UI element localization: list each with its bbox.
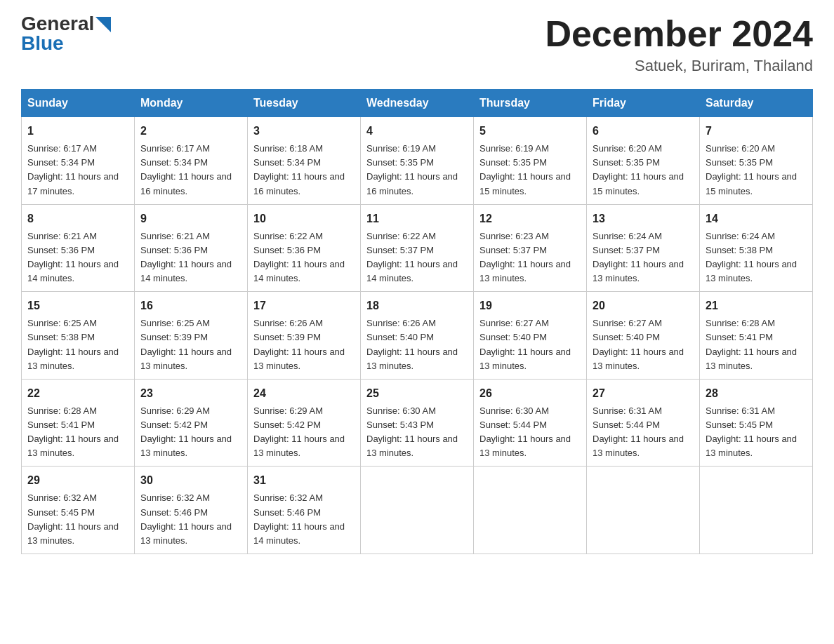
- table-row: [474, 467, 587, 554]
- day-info: Sunrise: 6:22 AMSunset: 5:37 PMDaylight:…: [366, 231, 458, 283]
- calendar-week-row: 15 Sunrise: 6:25 AMSunset: 5:38 PMDaylig…: [22, 292, 813, 380]
- day-number: 3: [253, 123, 355, 140]
- day-number: 10: [253, 210, 355, 227]
- table-row: 9 Sunrise: 6:21 AMSunset: 5:36 PMDayligh…: [135, 204, 248, 292]
- table-row: 25 Sunrise: 6:30 AMSunset: 5:43 PMDaylig…: [361, 379, 474, 467]
- day-info: Sunrise: 6:24 AMSunset: 5:37 PMDaylight:…: [593, 231, 684, 283]
- svg-marker-0: [95, 17, 111, 32]
- day-number: 28: [706, 385, 807, 402]
- day-info: Sunrise: 6:32 AMSunset: 5:46 PMDaylight:…: [140, 492, 232, 545]
- day-number: 20: [593, 297, 694, 314]
- col-wednesday: Wednesday: [361, 90, 474, 117]
- table-row: [700, 467, 813, 554]
- day-info: Sunrise: 6:27 AMSunset: 5:40 PMDaylight:…: [479, 318, 571, 370]
- day-info: Sunrise: 6:20 AMSunset: 5:35 PMDaylight:…: [706, 143, 797, 196]
- day-info: Sunrise: 6:31 AMSunset: 5:45 PMDaylight:…: [706, 405, 797, 458]
- day-number: 8: [27, 210, 128, 227]
- table-row: 23 Sunrise: 6:29 AMSunset: 5:42 PMDaylig…: [135, 379, 248, 467]
- day-info: Sunrise: 6:25 AMSunset: 5:38 PMDaylight:…: [27, 318, 119, 370]
- calendar-week-row: 22 Sunrise: 6:28 AMSunset: 5:41 PMDaylig…: [22, 379, 813, 467]
- day-info: Sunrise: 6:30 AMSunset: 5:43 PMDaylight:…: [366, 405, 458, 458]
- table-row: 26 Sunrise: 6:30 AMSunset: 5:44 PMDaylig…: [474, 379, 587, 467]
- day-number: 25: [366, 385, 468, 402]
- month-title: December 2024: [545, 14, 813, 54]
- day-info: Sunrise: 6:20 AMSunset: 5:35 PMDaylight:…: [593, 143, 684, 196]
- table-row: 13 Sunrise: 6:24 AMSunset: 5:37 PMDaylig…: [587, 204, 700, 292]
- day-number: 5: [479, 123, 581, 140]
- location-title: Satuek, Buriram, Thailand: [545, 57, 813, 75]
- day-number: 1: [27, 123, 128, 140]
- table-row: 21 Sunrise: 6:28 AMSunset: 5:41 PMDaylig…: [700, 292, 813, 380]
- table-row: 8 Sunrise: 6:21 AMSunset: 5:36 PMDayligh…: [22, 204, 135, 292]
- table-row: 6 Sunrise: 6:20 AMSunset: 5:35 PMDayligh…: [587, 117, 700, 205]
- day-number: 22: [27, 385, 128, 402]
- table-row: 22 Sunrise: 6:28 AMSunset: 5:41 PMDaylig…: [22, 379, 135, 467]
- day-info: Sunrise: 6:18 AMSunset: 5:34 PMDaylight:…: [253, 143, 345, 196]
- table-row: 12 Sunrise: 6:23 AMSunset: 5:37 PMDaylig…: [474, 204, 587, 292]
- day-info: Sunrise: 6:28 AMSunset: 5:41 PMDaylight:…: [27, 405, 119, 458]
- day-number: 23: [140, 385, 241, 402]
- day-number: 7: [706, 123, 807, 140]
- table-row: 16 Sunrise: 6:25 AMSunset: 5:39 PMDaylig…: [135, 292, 248, 380]
- table-row: [361, 467, 474, 554]
- table-row: 17 Sunrise: 6:26 AMSunset: 5:39 PMDaylig…: [248, 292, 361, 380]
- page-header: General Blue December 2024 Satuek, Burir…: [21, 14, 813, 75]
- title-block: December 2024 Satuek, Buriram, Thailand: [545, 14, 813, 75]
- calendar-table: Sunday Monday Tuesday Wednesday Thursday…: [21, 89, 813, 554]
- day-number: 24: [253, 385, 355, 402]
- col-tuesday: Tuesday: [248, 90, 361, 117]
- day-info: Sunrise: 6:28 AMSunset: 5:41 PMDaylight:…: [706, 318, 797, 370]
- day-number: 21: [706, 297, 807, 314]
- day-number: 15: [27, 297, 128, 314]
- table-row: 27 Sunrise: 6:31 AMSunset: 5:44 PMDaylig…: [587, 379, 700, 467]
- col-thursday: Thursday: [474, 90, 587, 117]
- table-row: 2 Sunrise: 6:17 AMSunset: 5:34 PMDayligh…: [135, 117, 248, 205]
- day-number: 17: [253, 297, 355, 314]
- day-info: Sunrise: 6:32 AMSunset: 5:45 PMDaylight:…: [27, 492, 119, 545]
- table-row: 19 Sunrise: 6:27 AMSunset: 5:40 PMDaylig…: [474, 292, 587, 380]
- day-number: 18: [366, 297, 468, 314]
- col-sunday: Sunday: [22, 90, 135, 117]
- day-info: Sunrise: 6:23 AMSunset: 5:37 PMDaylight:…: [479, 231, 571, 283]
- day-info: Sunrise: 6:29 AMSunset: 5:42 PMDaylight:…: [140, 405, 232, 458]
- table-row: 29 Sunrise: 6:32 AMSunset: 5:45 PMDaylig…: [22, 467, 135, 554]
- table-row: 7 Sunrise: 6:20 AMSunset: 5:35 PMDayligh…: [700, 117, 813, 205]
- day-info: Sunrise: 6:21 AMSunset: 5:36 PMDaylight:…: [27, 231, 119, 283]
- day-number: 4: [366, 123, 468, 140]
- day-number: 11: [366, 210, 468, 227]
- calendar-header-row: Sunday Monday Tuesday Wednesday Thursday…: [22, 90, 813, 117]
- table-row: 11 Sunrise: 6:22 AMSunset: 5:37 PMDaylig…: [361, 204, 474, 292]
- day-info: Sunrise: 6:21 AMSunset: 5:36 PMDaylight:…: [140, 231, 232, 283]
- day-number: 16: [140, 297, 241, 314]
- day-info: Sunrise: 6:25 AMSunset: 5:39 PMDaylight:…: [140, 318, 232, 370]
- logo-general-text: General: [21, 14, 94, 34]
- table-row: 30 Sunrise: 6:32 AMSunset: 5:46 PMDaylig…: [135, 467, 248, 554]
- day-number: 19: [479, 297, 581, 314]
- col-friday: Friday: [587, 90, 700, 117]
- table-row: 10 Sunrise: 6:22 AMSunset: 5:36 PMDaylig…: [248, 204, 361, 292]
- table-row: 20 Sunrise: 6:27 AMSunset: 5:40 PMDaylig…: [587, 292, 700, 380]
- calendar-week-row: 29 Sunrise: 6:32 AMSunset: 5:45 PMDaylig…: [22, 467, 813, 554]
- day-info: Sunrise: 6:29 AMSunset: 5:42 PMDaylight:…: [253, 405, 345, 458]
- logo: General Blue: [21, 14, 111, 53]
- logo-blue-text: Blue: [21, 34, 111, 53]
- table-row: 15 Sunrise: 6:25 AMSunset: 5:38 PMDaylig…: [22, 292, 135, 380]
- day-info: Sunrise: 6:27 AMSunset: 5:40 PMDaylight:…: [593, 318, 684, 370]
- day-number: 30: [140, 472, 241, 489]
- day-info: Sunrise: 6:22 AMSunset: 5:36 PMDaylight:…: [253, 231, 345, 283]
- day-info: Sunrise: 6:30 AMSunset: 5:44 PMDaylight:…: [479, 405, 571, 458]
- day-number: 2: [140, 123, 241, 140]
- day-info: Sunrise: 6:17 AMSunset: 5:34 PMDaylight:…: [27, 143, 119, 196]
- day-number: 26: [479, 385, 581, 402]
- day-number: 9: [140, 210, 241, 227]
- day-number: 12: [479, 210, 581, 227]
- table-row: 5 Sunrise: 6:19 AMSunset: 5:35 PMDayligh…: [474, 117, 587, 205]
- day-info: Sunrise: 6:24 AMSunset: 5:38 PMDaylight:…: [706, 231, 797, 283]
- table-row: 1 Sunrise: 6:17 AMSunset: 5:34 PMDayligh…: [22, 117, 135, 205]
- col-monday: Monday: [135, 90, 248, 117]
- table-row: [587, 467, 700, 554]
- table-row: 28 Sunrise: 6:31 AMSunset: 5:45 PMDaylig…: [700, 379, 813, 467]
- day-info: Sunrise: 6:19 AMSunset: 5:35 PMDaylight:…: [366, 143, 458, 196]
- day-info: Sunrise: 6:26 AMSunset: 5:40 PMDaylight:…: [366, 318, 458, 370]
- table-row: 24 Sunrise: 6:29 AMSunset: 5:42 PMDaylig…: [248, 379, 361, 467]
